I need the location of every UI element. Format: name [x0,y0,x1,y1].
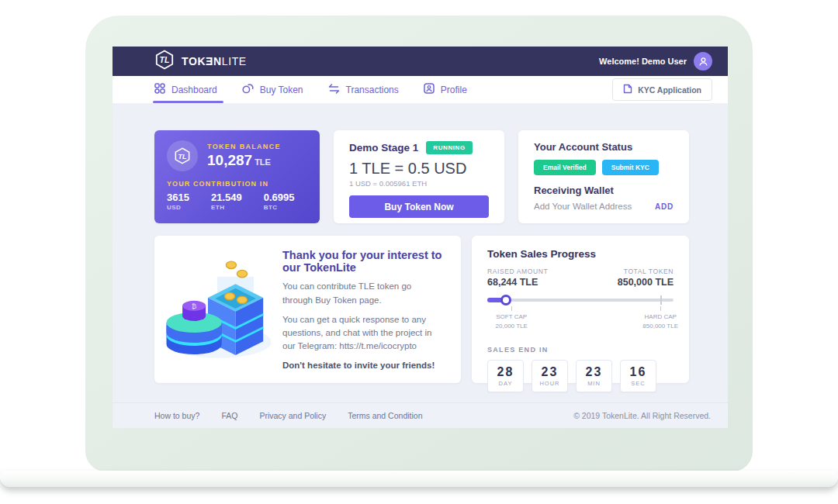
countdown-minutes: 23 MIN [576,360,612,392]
nav-item-transactions[interactable]: Transactions [328,76,399,103]
detail-row: ₿ Thank you for your interest to our Tok… [154,236,689,383]
countdown-seconds: 16 SEC [620,360,656,392]
account-status-card: Your Account Status Email Verified Submi… [518,130,689,223]
thanks-title: Thank you for your interest to our Token… [282,249,444,274]
footer-link-faq[interactable]: FAQ [221,411,237,420]
profile-icon [424,83,435,96]
wallet-address-hint: Add Your Wallet Address [534,202,632,211]
countdown-timer: 28 DAY 23 HOUR 23 MIN [487,360,674,392]
coins-icon [242,83,254,96]
token-sales-progress-card: Token Sales Progress RAISED AMOUNT 68,24… [472,236,689,383]
hard-cap-track-tick [660,295,662,305]
soft-cap-caption: SOFT CAP 20,000 TLE [484,312,538,331]
welcome-message-card: ₿ Thank you for your interest to our Tok… [154,236,461,383]
welcome-text: Welcome! Demo User [599,57,687,66]
footer-link-terms[interactable]: Terms and Condition [348,411,422,420]
soft-cap-tick [511,306,512,311]
app-header: TL TOKƎNLITE Welcome! Demo User [113,47,728,76]
contribution-usd: 3615 USD [167,192,189,211]
token-balance-label: TOKEN BALANCE [207,143,281,150]
brand-logo[interactable]: TL TOKƎNLITE [154,50,247,73]
laptop-base [0,471,838,487]
total-token: TOTAL TOKEN 850,000 TLE [618,268,674,288]
user-menu[interactable]: Welcome! Demo User [599,52,712,71]
buy-token-now-button[interactable]: Buy Token Now [349,195,489,218]
sales-end-label: SALES END IN [487,346,674,354]
token-balance-amount: 10,287TLE [207,152,281,169]
token-balance-card: TL TOKEN BALANCE 10,287TLE YOUR CONTRIBU… [154,130,320,223]
document-icon [623,84,632,95]
footer-link-privacy[interactable]: Privacy and Policy [259,411,326,420]
nav-label: Dashboard [171,85,217,95]
email-verified-badge: Email Verified [534,160,596,175]
sales-progress-slider: SOFT CAP 20,000 TLE HARD CAP 850,000 TLE [487,295,674,335]
nav-label: Transactions [346,85,399,95]
nav-item-profile[interactable]: Profile [424,76,467,103]
dashboard-icon [154,83,165,96]
contribution-btc: 0.6995 BTC [264,192,295,211]
thanks-paragraph-1: You can contribute TLE token go through … [282,280,444,307]
tokenlite-logo-icon: TL [154,50,175,73]
slider-track [487,299,674,302]
main-nav: Dashboard Buy Token [113,76,728,104]
nav-label: Profile [441,85,467,95]
brand-name: TOKƎNLITE [182,55,247,67]
token-subrate: 1 USD = 0.005961 ETH [349,179,489,188]
dashboard-window: TL TOKƎNLITE Welcome! Demo User [113,47,728,428]
svg-text:TL: TL [160,55,170,64]
stage-status-badge: RUNNING [426,141,473,154]
laptop-mockup: TL TOKƎNLITE Welcome! Demo User [0,0,838,504]
svg-text:TL: TL [178,153,187,161]
countdown-days: 28 DAY [487,360,524,392]
footer-link-how-to-buy[interactable]: How to buy? [154,411,199,420]
contribution-label: YOUR CONTRIBUTION IN [167,180,307,188]
dashboard-content: TL TOKEN BALANCE 10,287TLE YOUR CONTRIBU… [113,104,728,402]
hard-cap-tick [660,306,661,311]
kyc-button-label: KYC Application [638,85,701,95]
raised-amount: RAISED AMOUNT 68,244 TLE [487,268,548,288]
nav-item-buy-token[interactable]: Buy Token [242,76,303,103]
contribution-eth: 21.549 ETH [211,192,242,211]
account-status-title: Your Account Status [534,141,674,153]
summary-row: TL TOKEN BALANCE 10,287TLE YOUR CONTRIBU… [154,130,689,223]
progress-title: Token Sales Progress [487,248,674,260]
nav-item-dashboard[interactable]: Dashboard [154,76,217,103]
user-avatar-icon[interactable] [694,52,712,71]
countdown-hours: 23 HOUR [532,360,568,392]
nav-label: Buy Token [260,85,303,95]
add-wallet-link[interactable]: ADD [655,202,674,211]
thanks-paragraph-2: You can get a quick response to any ques… [282,313,444,354]
submit-kyc-badge[interactable]: Submit KYC [602,160,659,175]
token-rate: 1 TLE = 0.5 USD [349,160,489,178]
dashboard-footer: How to buy? FAQ Privacy and Policy Terms… [113,402,728,428]
token-logo-badge-icon: TL [167,140,198,171]
crypto-stack-illustration: ₿ [154,251,282,368]
kyc-application-button[interactable]: KYC Application [612,78,712,101]
hard-cap-caption: HARD CAP 850,000 TLE [633,312,687,331]
svg-text:₿: ₿ [192,302,196,310]
laptop-screen-bezel: TL TOKƎNLITE Welcome! Demo User [85,16,753,471]
stage-title: Demo Stage 1 [349,142,418,154]
slider-knob[interactable] [500,295,511,306]
token-stage-card: Demo Stage 1 RUNNING 1 TLE = 0.5 USD 1 U… [334,130,504,223]
receiving-wallet-title: Receiving Wallet [534,185,674,196]
copyright-text: © 2019 TokenLite. All Right Reserved. [573,411,711,420]
thanks-invite-line: Don't hesitate to invite your friends! [282,361,444,370]
transfer-arrows-icon [328,84,340,96]
